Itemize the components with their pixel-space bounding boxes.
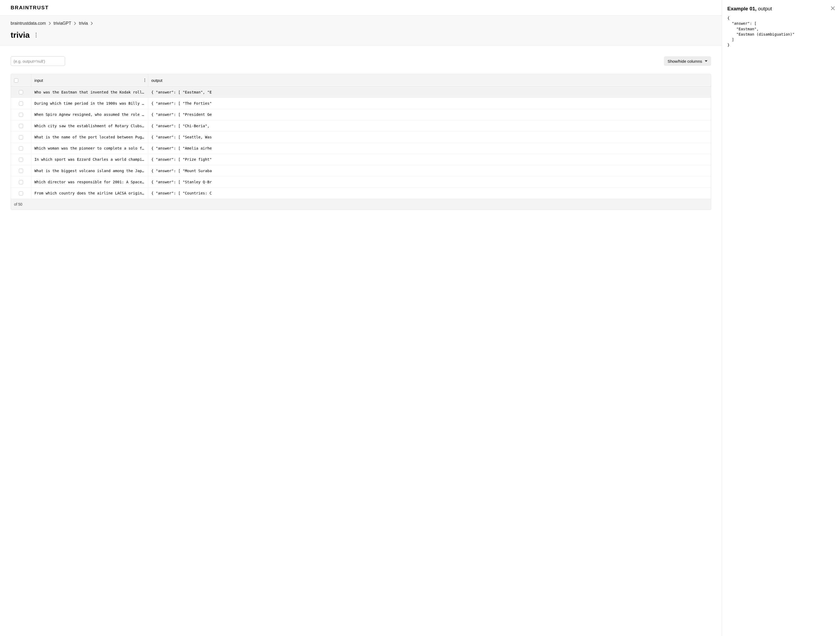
row-checkbox-cell (11, 165, 31, 177)
table-row[interactable]: Who was the Eastman that invented the Ko… (11, 87, 711, 98)
cell-output: { "answer": [ "Prize fight" (148, 154, 711, 165)
cell-input: When Spiro Agnew resigned, who assumed t… (31, 109, 148, 120)
column-header-input[interactable]: input (31, 74, 148, 87)
column-header-output[interactable]: output (148, 74, 711, 87)
row-checkbox[interactable] (19, 135, 23, 139)
cell-output: { "answer": [ "Amelia airhe (148, 143, 711, 154)
row-checkbox[interactable] (19, 180, 23, 185)
breadcrumb-item[interactable]: triviaGPT (54, 21, 71, 26)
svg-point-1 (36, 35, 36, 35)
row-checkbox-cell (11, 188, 31, 199)
brand-logo[interactable]: BRAINTRUST (11, 5, 711, 11)
row-checkbox[interactable] (19, 158, 23, 162)
row-checkbox[interactable] (19, 124, 23, 128)
breadcrumb: braintrustdata.com triviaGPT trivia (11, 21, 711, 26)
table-row[interactable]: During which time period in the 1900s wa… (11, 98, 711, 109)
row-checkbox[interactable] (19, 101, 23, 106)
row-checkbox-cell (11, 98, 31, 109)
svg-point-0 (36, 33, 36, 33)
page-menu-button[interactable] (35, 32, 38, 38)
row-checkbox-cell (11, 87, 31, 98)
row-checkbox[interactable] (19, 147, 23, 151)
show-hide-columns-label: Show/hide columns (668, 59, 702, 63)
svg-point-5 (144, 81, 145, 82)
chevron-right-icon (74, 22, 76, 25)
cell-input: Which director was responsible for 2001:… (31, 177, 148, 188)
caret-down-icon (705, 60, 707, 62)
svg-point-2 (36, 36, 36, 37)
chevron-right-icon (91, 22, 93, 25)
panel-title-rest: output (756, 6, 772, 11)
cell-input: Which woman was the pioneer to complete … (31, 143, 148, 154)
cell-output: { "answer": [ "Stanley Q-Br (148, 177, 711, 188)
cell-input: During which time period in the 1900s wa… (31, 98, 148, 109)
row-checkbox-cell (11, 177, 31, 188)
row-checkbox[interactable] (19, 191, 23, 196)
chevron-right-icon (49, 22, 51, 25)
row-checkbox[interactable] (19, 169, 23, 173)
select-all-checkbox[interactable] (14, 78, 18, 83)
column-menu-button[interactable] (144, 78, 145, 82)
close-button[interactable] (831, 6, 835, 11)
table-row[interactable]: What is the biggest volcano island among… (11, 165, 711, 177)
cell-input: Who was the Eastman that invented the Ko… (31, 87, 148, 98)
panel-body: { "answer": [ "Eastman", "Eastman (disam… (727, 16, 835, 48)
svg-point-4 (144, 80, 145, 81)
detail-panel: Example 01, output { "answer": [ "Eastma… (722, 0, 840, 636)
table-row[interactable]: Which woman was the pioneer to complete … (11, 143, 711, 154)
table-row[interactable]: What is the name of the port located bet… (11, 131, 711, 143)
data-table: input output Who was the Eastman that in… (11, 74, 711, 210)
page-title: trivia (11, 30, 30, 39)
breadcrumb-item[interactable]: braintrustdata.com (11, 21, 46, 26)
cell-output: { "answer": [ "Seattle, Was (148, 131, 711, 143)
cell-input: What is the biggest volcano island among… (31, 165, 148, 177)
svg-point-3 (144, 79, 145, 79)
table-footer: of 50 (11, 199, 711, 210)
table-row[interactable]: Which director was responsible for 2001:… (11, 177, 711, 188)
search-input[interactable] (11, 56, 65, 66)
cell-input: What is the name of the port located bet… (31, 131, 148, 143)
table-row[interactable]: From which country does the airline LACS… (11, 188, 711, 199)
cell-output: { "answer": [ "Mount Suraba (148, 165, 711, 177)
row-checkbox-cell (11, 154, 31, 165)
row-checkbox-cell (11, 109, 31, 120)
cell-output: { "answer": [ "President Ge (148, 109, 711, 120)
column-header-output-label: output (152, 78, 163, 83)
table-row[interactable]: Which city saw the establishment of Rota… (11, 120, 711, 131)
cell-output: { "answer": [ "Countries: C (148, 188, 711, 199)
cell-output: { "answer": [ "The Forties" (148, 98, 711, 109)
row-checkbox[interactable] (19, 113, 23, 117)
cell-input: In which sport was Ezzard Charles a worl… (31, 154, 148, 165)
row-checkbox-cell (11, 143, 31, 154)
panel-title: Example 01, output (727, 6, 835, 12)
cell-input: From which country does the airline LACS… (31, 188, 148, 199)
row-checkbox[interactable] (19, 90, 23, 94)
breadcrumb-item[interactable]: trivia (79, 21, 88, 26)
cell-output: { "answer": [ "Eastman", "E (148, 87, 711, 98)
column-header-input-label: input (35, 78, 43, 83)
row-checkbox-cell (11, 120, 31, 131)
panel-title-strong: Example 01, (727, 6, 756, 11)
table-row[interactable]: In which sport was Ezzard Charles a worl… (11, 154, 711, 165)
cell-input: Which city saw the establishment of Rota… (31, 120, 148, 131)
column-header-checkbox (11, 74, 31, 87)
table-row[interactable]: When Spiro Agnew resigned, who assumed t… (11, 109, 711, 120)
show-hide-columns-button[interactable]: Show/hide columns (664, 56, 711, 66)
row-checkbox-cell (11, 131, 31, 143)
cell-output: { "answer": [ "Chi-Beria", (148, 120, 711, 131)
